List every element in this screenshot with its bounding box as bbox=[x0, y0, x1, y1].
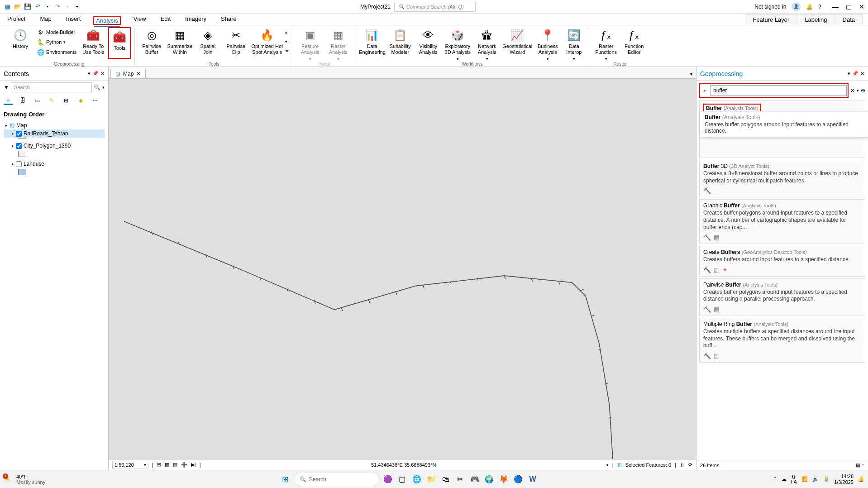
app-snip-icon[interactable]: ✂ bbox=[454, 473, 467, 486]
help-icon[interactable]: ? bbox=[818, 4, 821, 10]
refresh-icon[interactable]: ⟳ bbox=[688, 462, 692, 468]
toc-labeling-icon[interactable]: ◆ bbox=[76, 96, 85, 105]
snap-dyn-icon[interactable]: ▤ bbox=[173, 462, 177, 468]
app-edge-icon[interactable]: 🌐 bbox=[410, 473, 423, 486]
toc-snapping-icon[interactable]: ⊞ bbox=[62, 96, 71, 105]
tab-imagery[interactable]: Imagery bbox=[183, 14, 208, 25]
layer-visibility-checkbox[interactable] bbox=[16, 131, 22, 137]
undo-drop-icon[interactable]: ▾ bbox=[43, 3, 52, 11]
tray-onedrive-icon[interactable]: ☁ bbox=[782, 476, 787, 482]
modelbuilder-button[interactable]: ⚙ModelBuilder bbox=[35, 27, 78, 37]
environments-button[interactable]: 🌐Environments bbox=[35, 47, 78, 57]
app-store-icon[interactable]: 🛍 bbox=[439, 473, 452, 486]
command-search[interactable]: 🔍 Command Search (Alt+Q) bbox=[394, 2, 476, 12]
weather-widget[interactable]: 1 40°F Mostly sunny bbox=[4, 474, 45, 485]
gp-result-item[interactable]: Graphic Buffer (Analysis Tools) Creates … bbox=[699, 199, 865, 244]
map-tab-close-icon[interactable]: ✕ bbox=[136, 71, 141, 77]
contents-search-input[interactable] bbox=[11, 82, 92, 92]
toc-map-root[interactable]: ▸ ▨ Map bbox=[4, 121, 105, 129]
app-explorer-icon[interactable]: 📁 bbox=[425, 473, 438, 486]
toc-layer[interactable]: ▸ RailRoads_Tehran bbox=[4, 129, 105, 138]
start-button[interactable]: ⊞ bbox=[279, 473, 292, 486]
tray-chevron-icon[interactable]: ⌃ bbox=[773, 476, 777, 482]
gp-back-icon[interactable]: ← bbox=[701, 86, 710, 95]
filter-icon[interactable]: ▼ bbox=[4, 84, 9, 91]
hotspot-button[interactable]: 🔥Optimized Hot Spot Analysis bbox=[251, 27, 283, 55]
tab-map[interactable]: Map bbox=[38, 14, 53, 25]
layer-symbol[interactable] bbox=[18, 151, 26, 157]
toc-more-icon[interactable]: ⋯ bbox=[91, 96, 100, 105]
snap-grid2-icon[interactable]: ▦ bbox=[165, 462, 169, 468]
gp-result-item[interactable]: Buffer 3D (3D Analyst Tools) Creates a 3… bbox=[699, 160, 865, 197]
map-view-drop-icon[interactable]: ▾ bbox=[688, 70, 694, 78]
pairwise-clip-button[interactable]: ✂Pairwise Clip bbox=[223, 27, 249, 55]
layer-visibility-checkbox[interactable] bbox=[16, 161, 22, 167]
tray-lang2[interactable]: FA bbox=[791, 479, 797, 484]
history-button[interactable]: 🕓 History bbox=[7, 27, 33, 55]
toc-source-icon[interactable]: 🗄 bbox=[18, 96, 27, 105]
coords-drop-icon[interactable]: ▾ bbox=[606, 463, 609, 467]
toc-layer[interactable]: ▸ City_Polygon_1390 bbox=[4, 142, 105, 150]
network-button[interactable]: 🛣Network Analysis▾ bbox=[474, 27, 500, 62]
pane-pin-icon[interactable]: 📌 bbox=[852, 71, 858, 77]
layer-symbol[interactable] bbox=[18, 139, 26, 139]
pane-options-icon[interactable]: ▾ bbox=[848, 71, 850, 77]
tray-notifications-icon[interactable]: 🔔 bbox=[858, 476, 864, 482]
tray-volume-icon[interactable]: 🔊 bbox=[812, 476, 819, 482]
open-project-icon[interactable]: 📂 bbox=[14, 3, 22, 11]
tray-lang1[interactable]: فا bbox=[791, 474, 797, 479]
redo-icon[interactable]: ↷ bbox=[53, 3, 62, 11]
map-canvas[interactable] bbox=[109, 79, 696, 459]
expand-icon[interactable]: ▸ bbox=[5, 123, 8, 128]
suitability-button[interactable]: 📋Suitability Modeler bbox=[387, 27, 413, 55]
app-word-icon[interactable]: W bbox=[526, 473, 539, 486]
qat-drop-icon[interactable]: ⏷ bbox=[73, 3, 81, 11]
gallery-more-icon[interactable]: ⏷ bbox=[285, 49, 289, 53]
layer-visibility-checkbox[interactable] bbox=[16, 143, 22, 149]
gallery-up-icon[interactable]: ▴ bbox=[285, 30, 289, 34]
ctab-feature-layer[interactable]: Feature Layer bbox=[745, 14, 797, 25]
app-xbox-icon[interactable]: 🎮 bbox=[468, 473, 481, 486]
scale-selector[interactable]: 1:56,120▾ bbox=[112, 461, 148, 469]
expand-icon[interactable]: ▸ bbox=[12, 131, 14, 136]
geostat-button[interactable]: 📈Geostatistical Wizard bbox=[502, 27, 533, 55]
pane-close-icon[interactable]: ✕ bbox=[860, 71, 864, 77]
tab-view[interactable]: View bbox=[132, 14, 148, 25]
data-eng-button[interactable]: 📊Data Engineering bbox=[359, 27, 385, 55]
close-button[interactable]: ✕ bbox=[859, 3, 864, 10]
interop-button[interactable]: 🔄Data Interop▾ bbox=[563, 27, 585, 62]
gp-view-grid-icon[interactable]: ▦ bbox=[856, 462, 860, 468]
signin-label[interactable]: Not signed in bbox=[754, 4, 786, 10]
tray-wifi-icon[interactable]: 📶 bbox=[801, 476, 808, 482]
function-editor-button[interactable]: ƒₓFunction Editor bbox=[621, 27, 647, 55]
snap-grid-icon[interactable]: ⊞ bbox=[157, 462, 161, 468]
ready-use-tools-button[interactable]: 🧰 Ready To Use Tools bbox=[80, 27, 106, 55]
maximize-button[interactable]: ▢ bbox=[846, 3, 852, 10]
taskbar-search[interactable]: 🔍Search bbox=[294, 473, 380, 486]
tab-share[interactable]: Share bbox=[219, 14, 238, 25]
toc-drawing-order-icon[interactable]: ≡ bbox=[4, 96, 13, 105]
gp-result-item[interactable]: Create Buffers (GeoAnalytics Desktop Too… bbox=[699, 246, 865, 277]
pairwise-buffer-button[interactable]: ◎Pairwise Buffer bbox=[138, 27, 165, 55]
ctab-labeling[interactable]: Labeling bbox=[797, 14, 835, 25]
new-project-icon[interactable]: ▤ bbox=[4, 3, 12, 11]
tray-clock[interactable]: 14:28 1/3/2025 bbox=[834, 474, 854, 484]
tab-analysis[interactable]: Analysis bbox=[94, 15, 119, 27]
tab-insert[interactable]: Insert bbox=[64, 14, 83, 25]
tools-button[interactable]: 🧰 Tools bbox=[110, 29, 129, 57]
expand-icon[interactable]: ▸ bbox=[12, 162, 14, 166]
gallery-down-icon[interactable]: ▾ bbox=[285, 39, 289, 44]
tray-battery-icon[interactable]: 🔋 bbox=[823, 476, 830, 482]
snap-plus-icon[interactable]: ➕ bbox=[181, 462, 187, 468]
map-tab[interactable]: ▨ Map ✕ bbox=[110, 69, 146, 78]
exploratory-button[interactable]: 🎲Exploratory 3D Analysis▾ bbox=[443, 27, 472, 62]
pane-pin-icon[interactable]: 📌 bbox=[92, 71, 99, 77]
pause-draw-icon[interactable]: ▶| bbox=[191, 462, 196, 468]
raster-functions-button[interactable]: ƒₓRaster Functions▾ bbox=[593, 27, 619, 62]
toc-layer[interactable]: ▸ Landuse bbox=[4, 160, 105, 168]
toc-editing-icon[interactable]: ✎ bbox=[47, 96, 56, 105]
avatar-icon[interactable]: 👤 bbox=[792, 2, 801, 11]
gp-view-list-icon[interactable]: ≡ bbox=[862, 462, 864, 468]
undo-icon[interactable]: ↶ bbox=[33, 3, 42, 11]
gp-search-input[interactable] bbox=[710, 85, 847, 96]
